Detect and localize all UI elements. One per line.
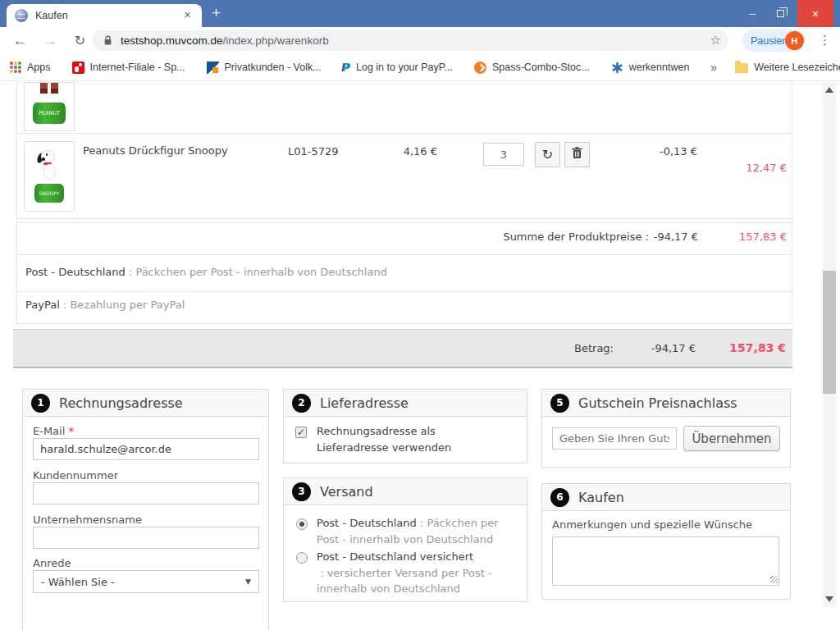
notes-label: Anmerkungen und spezielle Wünsche — [552, 518, 752, 531]
amount-total: 157,83 € — [687, 341, 786, 354]
other-bookmarks-label: Weitere Lesezeichen — [754, 62, 840, 73]
delivery-panel-header: 2 Lieferadresse — [284, 390, 527, 417]
product-sku: L01-5729 — [288, 145, 339, 158]
shipping-option-label[interactable]: Post - Deutschland : Päckchen per Post -… — [317, 515, 516, 547]
amount-label: Betrag: — [450, 342, 614, 354]
reload-button[interactable]: ↻ — [69, 30, 91, 52]
salutation-value: - Wählen Sie - — [41, 576, 115, 588]
quantity-input[interactable] — [483, 143, 524, 166]
figure-leg — [40, 82, 48, 94]
step-number-badge: 6 — [550, 488, 569, 507]
browser-menu-icon[interactable]: ⋮ — [819, 33, 831, 48]
apps-shortcut[interactable]: Apps — [10, 62, 51, 73]
payment-method-label: PayPal — [25, 299, 60, 311]
shipping-method-value: Päckchen per Post - innerhalb von Deutsc… — [135, 266, 387, 278]
tab-title: Kaufen — [35, 10, 68, 21]
bookmark-label: Privatkunden - Volk... — [225, 62, 322, 73]
bookmark-item[interactable]: Internet-Filiale - Sp... — [72, 62, 185, 74]
customer-number-label: Kundennummer — [33, 469, 118, 482]
company-field[interactable] — [33, 527, 259, 549]
bookmark-label: Internet-Filiale - Sp... — [90, 62, 185, 73]
shipping-option-radio-selected[interactable] — [296, 518, 308, 530]
bookmark-label: Log in to your PayP... — [356, 62, 453, 73]
cart-table: PEANUT SNOOPY Peanuts Drückfigur Snoopy … — [16, 82, 792, 324]
remove-item-button[interactable] — [564, 142, 590, 167]
product-base-text: PEANUT — [33, 103, 66, 124]
bookmark-item[interactable]: werkenntwen — [611, 62, 690, 74]
salutation-label: Anrede — [33, 557, 71, 569]
shipping-option-radio[interactable] — [296, 552, 308, 564]
restore-icon — [777, 10, 784, 17]
bookmark-star-icon[interactable]: ☆ — [710, 33, 721, 48]
scroll-down-arrow-icon[interactable] — [825, 596, 833, 602]
page-scrollbar[interactable] — [823, 82, 836, 607]
lock-icon — [103, 35, 112, 46]
step-number-badge: 3 — [292, 482, 311, 501]
sync-paused-label: Pausiert — [751, 35, 788, 47]
required-mark: * — [68, 425, 74, 437]
email-field[interactable] — [33, 438, 259, 460]
tab-close-icon[interactable]: × — [180, 8, 194, 22]
use-billing-as-delivery-label[interactable]: Rechnungsadresse als Lieferadresse verwe… — [317, 423, 509, 455]
apply-voucher-button[interactable]: Übernehmen — [683, 426, 780, 451]
amount-discount: -94,17 € — [597, 342, 696, 354]
salutation-select[interactable]: - Wählen Sie - ▼ — [33, 570, 259, 593]
voucher-code-input[interactable] — [552, 427, 677, 450]
separator: : — [126, 266, 136, 278]
folder-icon — [735, 63, 748, 73]
customer-number-field[interactable] — [33, 482, 259, 504]
use-billing-as-delivery-checkbox[interactable]: ✓ — [295, 427, 307, 438]
url-host: testshop.muvcom.de — [121, 34, 223, 47]
window-minimize-button[interactable]: – — [738, 0, 766, 27]
window-restore-button[interactable] — [766, 0, 794, 27]
snoopy-eye — [46, 153, 48, 156]
bookmarks-overflow-chevron[interactable]: » — [710, 61, 717, 74]
other-bookmarks-button[interactable]: Weitere Lesezeichen — [735, 62, 840, 73]
update-quantity-button[interactable]: ↻ — [535, 142, 560, 167]
sparkasse-icon — [72, 62, 84, 74]
url-path: /index.php/warenkorb — [223, 34, 329, 47]
profile-avatar[interactable]: H — [785, 31, 804, 50]
new-tab-button[interactable]: + — [212, 4, 221, 22]
product-discount: -0,13 € — [599, 145, 697, 158]
browser-tab[interactable]: Kaufen × — [7, 4, 202, 27]
chevron-down-icon: ▼ — [245, 578, 251, 586]
billing-panel-title: Rechnungsadresse — [59, 395, 183, 411]
back-button[interactable]: ← — [9, 30, 31, 52]
apps-grid-icon — [10, 62, 21, 73]
company-label: Unternehmensname — [33, 514, 142, 526]
shipping-panel-header: 3 Versand — [284, 478, 527, 505]
scroll-up-arrow-icon[interactable] — [825, 87, 833, 93]
purchase-panel-header: 6 Kaufen — [542, 484, 790, 511]
figure-leg — [51, 82, 58, 94]
bookmark-item[interactable]: P Log in to your PayP... — [343, 61, 453, 74]
shipping-option-label[interactable]: Post - Deutschland versichert : versiche… — [317, 549, 516, 597]
check-icon: ✓ — [297, 427, 305, 438]
row-divider — [17, 222, 792, 223]
address-bar[interactable]: testshop.muvcom.de/index.php/warenkorb ☆ — [92, 30, 728, 51]
scrollbar-thumb[interactable] — [823, 271, 836, 394]
summary-discount: -94,17 € — [600, 231, 698, 243]
product-image[interactable]: SNOOPY — [24, 141, 75, 212]
product-name[interactable]: Peanuts Drückfigur Snoopy — [83, 144, 228, 157]
spass-combo-icon — [474, 62, 486, 74]
payment-method-line: PayPal : Bezahlung per PayPal — [25, 299, 185, 311]
sync-paused-button[interactable]: Pausiert H — [742, 30, 806, 52]
step-number-badge: 5 — [550, 394, 569, 413]
product-image-partial[interactable]: PEANUT — [24, 82, 75, 131]
bookmark-item[interactable]: Spass-Combo-Stoc... — [474, 62, 590, 74]
shipping-panel-title: Versand — [320, 484, 373, 500]
bookmark-label: Spass-Combo-Stoc... — [492, 62, 590, 73]
notes-textarea[interactable] — [552, 536, 779, 586]
row-divider — [17, 133, 792, 134]
snoopy-nose — [42, 158, 45, 161]
forward-button: → — [39, 30, 62, 52]
paypal-icon: P — [343, 61, 350, 74]
window-close-button[interactable]: × — [797, 0, 833, 27]
voucher-panel-header: 5 Gutschein Preisnachlass — [542, 390, 790, 417]
bookmark-item[interactable]: Privatkunden - Volk... — [207, 62, 322, 74]
resize-handle[interactable] — [770, 576, 778, 583]
product-line-total: 12,47 € — [688, 162, 787, 174]
purchase-panel: 6 Kaufen Anmerkungen und spezielle Wünsc… — [541, 483, 791, 600]
url-text: testshop.muvcom.de/index.php/warenkorb — [121, 34, 329, 47]
